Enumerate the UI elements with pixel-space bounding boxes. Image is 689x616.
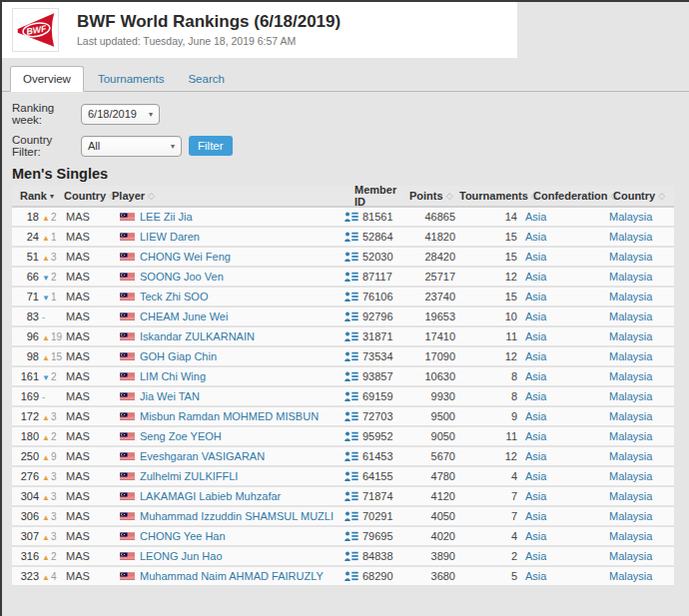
confederation-link[interactable]: Asia [521,390,603,402]
player-link[interactable]: Iskandar ZULKARNAIN [140,330,255,342]
confederation-link[interactable]: Asia [521,470,603,482]
player-link[interactable]: LIEW Daren [140,231,200,243]
player-link[interactable]: Muhammad Izzuddin SHAMSUL MUZLI [140,510,334,522]
country-link[interactable]: Malaysia [603,271,674,283]
table-row: 98 ▲15 MAS GOH Giap Chin [12,347,674,367]
column-header-points[interactable]: Points ◇ [409,190,459,202]
member-id-value: 95952 [362,430,393,442]
country-code-cell: MAS [64,530,110,542]
country-filter-select[interactable]: All ▾ [81,136,182,157]
player-link[interactable]: SOONG Joo Ven [140,271,224,283]
confederation-link[interactable]: Asia [521,370,603,382]
malaysia-flag-icon [120,311,135,321]
country-link[interactable]: Malaysia [603,231,674,243]
confederation-link[interactable]: Asia [521,291,603,303]
country-link[interactable]: Malaysia [603,450,674,462]
rank-change: ▼1 [42,292,64,303]
ranking-week-select[interactable]: 6/18/2019 ▾ [81,104,160,125]
column-header-country[interactable]: Country ◇ [603,190,674,202]
sort-icon[interactable]: ◇ [148,191,155,201]
column-header-confederation[interactable]: Confederation ◇ [521,190,603,202]
confederation-link[interactable]: Asia [521,530,603,542]
country-link[interactable]: Malaysia [603,211,674,223]
player-link[interactable]: LIM Chi Wing [140,370,206,382]
column-header-rank[interactable]: Rank ▾ [12,190,64,202]
player-link[interactable]: Misbun Ramdan MOHMED MISBUN [140,410,319,422]
country-link[interactable]: Malaysia [603,570,674,582]
tab-tournaments[interactable]: Tournaments [88,67,174,91]
column-header-member-id[interactable]: Member ID [344,184,409,208]
player-link[interactable]: LAKAMAGI Labieb Muhzafar [140,490,281,502]
country-link[interactable]: Malaysia [603,370,674,382]
malaysia-flag-icon [120,511,135,521]
column-header-tournaments[interactable]: Tournaments ◇ [459,190,521,202]
country-link[interactable]: Malaysia [603,530,674,542]
player-link[interactable]: GOH Giap Chin [140,350,217,362]
member-id-value: 68290 [362,570,393,582]
tournaments-cell: 8 [459,390,521,402]
player-link[interactable]: CHONG Yee Han [140,530,226,542]
rank-value: 98 [27,350,39,362]
player-link[interactable]: Muhammad Naim AHMAD FAIRUZLY [140,570,324,582]
rank-change-value: 3 [51,511,57,522]
player-link[interactable]: Eveshgaran VASIGARAN [140,450,265,462]
rank-cell: 66 ▼2 [12,271,64,283]
confederation-link[interactable]: Asia [521,271,603,283]
sort-desc-icon[interactable]: ▾ [50,192,54,201]
tab-overview[interactable]: Overview [10,66,84,92]
country-link[interactable]: Malaysia [603,330,674,342]
player-link[interactable]: LEONG Jun Hao [140,550,223,562]
points-cell: 5670 [409,450,459,462]
confederation-link[interactable]: Asia [521,310,603,322]
bwf-logo[interactable]: BWF [12,8,59,52]
column-header-player[interactable]: Player ◇ [110,190,344,202]
rank-change-value: 2 [51,431,57,442]
confederation-link[interactable]: Asia [521,490,603,502]
player-link[interactable]: Jia Wei TAN [140,390,200,402]
confederation-link[interactable]: Asia [521,231,603,243]
rank-value: 180 [21,430,39,442]
sort-icon[interactable]: ◇ [446,191,453,201]
country-link[interactable]: Malaysia [603,390,674,402]
column-header-country-code[interactable]: Country ◇ [64,190,110,202]
country-link[interactable]: Malaysia [603,490,674,502]
confederation-link[interactable]: Asia [521,550,603,562]
tournaments-cell: 10 [459,310,521,322]
confederation-link[interactable]: Asia [521,570,603,582]
country-link[interactable]: Malaysia [603,430,674,442]
country-link[interactable]: Malaysia [603,410,674,422]
player-link[interactable]: CHONG Wei Feng [140,251,231,263]
country-link[interactable]: Malaysia [603,510,674,522]
player-link[interactable]: Seng Zoe YEOH [140,430,222,442]
confederation-link[interactable]: Asia [521,410,603,422]
player-link[interactable]: Teck Zhi SOO [140,291,208,303]
chevron-down-icon: ▾ [171,142,175,151]
country-code-cell: MAS [64,430,110,442]
player-link[interactable]: CHEAM June Wei [140,310,228,322]
confederation-link[interactable]: Asia [521,430,603,442]
confederation-link[interactable]: Asia [521,330,603,342]
sort-icon[interactable]: ◇ [658,191,665,201]
rank-change-value: 2 [51,551,57,562]
confederation-link[interactable]: Asia [521,450,603,462]
confederation-link[interactable]: Asia [521,251,603,263]
country-code-cell: MAS [64,450,110,462]
country-link[interactable]: Malaysia [603,251,674,263]
confederation-link[interactable]: Asia [521,211,603,223]
country-link[interactable]: Malaysia [603,550,674,562]
country-link[interactable]: Malaysia [603,291,674,303]
filter-button[interactable]: Filter [189,136,233,156]
rank-change-value: 9 [51,451,57,462]
tab-search[interactable]: Search [178,67,234,91]
country-link[interactable]: Malaysia [603,470,674,482]
table-row: 18 ▲2 MAS LEE Zii Jia [12,208,674,228]
confederation-link[interactable]: Asia [521,350,603,362]
country-link[interactable]: Malaysia [603,350,674,362]
player-link[interactable]: LEE Zii Jia [140,211,193,223]
player-link[interactable]: Zulhelmi ZULKIFFLI [140,470,238,482]
rank-cell: 96 ▲19 [12,330,64,342]
table-row: 83 - MAS CHEAM June Wei [12,308,674,327]
country-link[interactable]: Malaysia [603,310,674,322]
tournaments-cell: 15 [459,251,521,263]
confederation-link[interactable]: Asia [521,510,603,522]
